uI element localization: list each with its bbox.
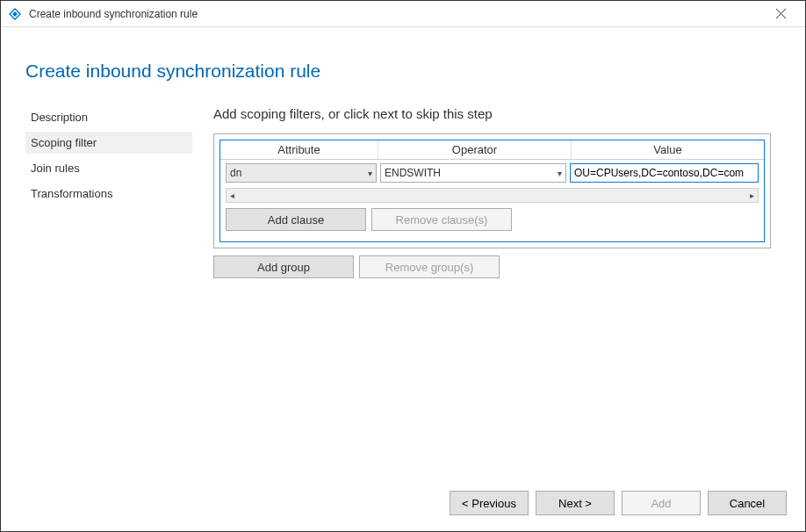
header-attribute: Attribute [220,140,378,159]
remove-clause-button: Remove clause(s) [371,208,512,231]
app-icon [8,7,22,21]
horizontal-scrollbar[interactable]: ◂ ▸ [226,188,759,203]
remove-group-button: Remove group(s) [359,255,500,278]
value-input[interactable] [570,163,759,183]
step-title: Add scoping filters, or click next to sk… [213,106,781,121]
previous-button[interactable]: < Previous [450,491,529,515]
add-clause-button[interactable]: Add clause [226,208,366,231]
wizard-sidebar: Description Scoping filter Join rules Tr… [25,106,192,278]
header-operator: Operator [378,140,572,159]
wizard-footer: < Previous Next > Add Cancel [0,485,806,532]
scroll-right-icon[interactable]: ▸ [746,191,758,200]
add-group-button[interactable]: Add group [213,255,354,278]
group-button-row: Add group Remove group(s) [213,255,781,278]
operator-value: ENDSWITH [385,167,554,179]
chevron-down-icon: ▾ [364,169,372,178]
grid-header: Attribute Operator Value [220,140,764,160]
operator-dropdown[interactable]: ENDSWITH ▾ [380,163,566,183]
scroll-left-icon[interactable]: ◂ [227,191,238,200]
cancel-button[interactable]: Cancel [708,491,787,515]
page-title: Create inbound synchronization rule [25,61,781,82]
window-title: Create inbound synchronization rule [29,8,763,20]
attribute-dropdown[interactable]: dn ▾ [226,163,377,183]
filter-group: Attribute Operator Value dn ▾ ENDSWITH ▾ [219,140,765,242]
sidebar-item-description[interactable]: Description [25,106,192,128]
sidebar-item-transformations[interactable]: Transformations [25,183,192,205]
clause-button-row: Add clause Remove clause(s) [226,208,759,231]
add-button: Add [622,491,701,515]
scoping-filter-panel: Attribute Operator Value dn ▾ ENDSWITH ▾ [213,133,771,248]
next-button[interactable]: Next > [536,491,615,515]
sidebar-item-join-rules[interactable]: Join rules [25,157,192,179]
header-value: Value [572,140,764,159]
close-button[interactable] [763,1,798,27]
sidebar-item-scoping-filter[interactable]: Scoping filter [25,132,192,154]
titlebar: Create inbound synchronization rule [1,1,805,27]
main-panel: Add scoping filters, or click next to sk… [213,106,781,278]
chevron-down-icon: ▾ [554,169,562,178]
attribute-value: dn [230,167,364,179]
filter-row: dn ▾ ENDSWITH ▾ [220,160,764,186]
